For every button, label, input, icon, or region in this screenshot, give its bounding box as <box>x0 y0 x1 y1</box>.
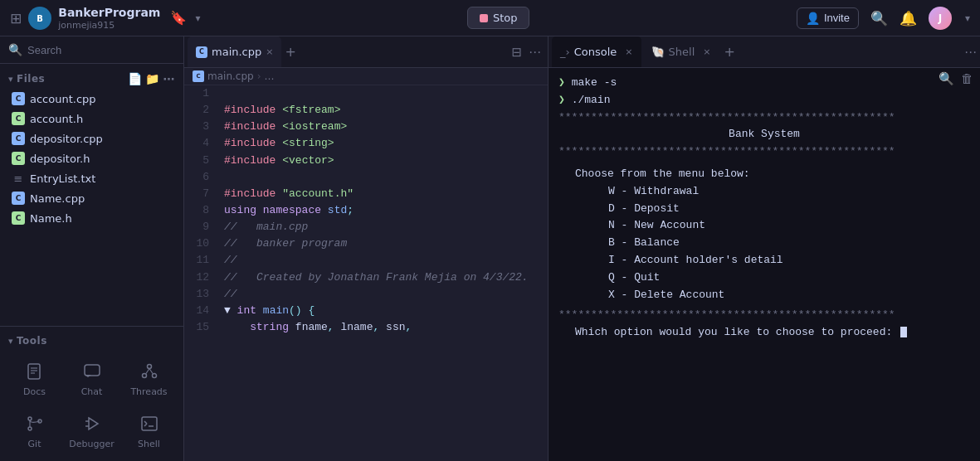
tab-cpp-icon: C <box>196 46 207 58</box>
h-file-icon: C <box>12 211 25 225</box>
account-chevron-icon[interactable]: ▾ <box>965 12 970 24</box>
tool-git[interactable]: Git <box>7 405 62 456</box>
tab-main-cpp[interactable]: C main.cpp × <box>188 36 281 67</box>
console-tab-close-icon[interactable]: × <box>625 46 632 57</box>
chat-icon <box>80 360 104 383</box>
terminal-line: Q - Quit <box>558 269 970 287</box>
terminal-line: B - Balance <box>558 235 970 252</box>
table-row: 13// <box>184 286 548 303</box>
svg-line-20 <box>144 421 147 424</box>
files-label: Files <box>17 73 45 85</box>
breadcrumb-filename: main.cpp <box>207 70 254 82</box>
terminal-line: I - Account holder's detail <box>558 252 970 269</box>
console-tab-label: Console <box>574 46 617 58</box>
table-row: 6 <box>184 169 548 186</box>
project-chevron-icon[interactable]: ▾ <box>195 12 200 24</box>
terminal-line: ****************************************… <box>558 143 970 161</box>
svg-rect-6 <box>85 365 100 376</box>
tab-shell[interactable]: 🐚 Shell × <box>643 36 719 67</box>
editor-more-icon[interactable]: ⋯ <box>529 45 541 60</box>
list-item[interactable]: C depositor.h <box>0 148 183 168</box>
topbar-brand: BankerProgram jonmejia915 <box>58 6 160 31</box>
shell-tab-label: Shell <box>669 46 695 58</box>
tools-section-header[interactable]: ▾ Tools <box>0 332 183 350</box>
shell-tab-icon: 🐚 <box>651 46 665 58</box>
terminal-tab-add-icon[interactable]: + <box>724 44 734 60</box>
search-input[interactable] <box>27 44 175 56</box>
main-area: 🔍 ▾ Files 📄 📁 ⋯ C account.cpp <box>0 36 980 461</box>
tools-chevron-icon: ▾ <box>8 336 13 347</box>
list-item[interactable]: C account.cpp <box>0 89 183 109</box>
svg-point-7 <box>147 365 151 369</box>
terminal-tabs-more-icon[interactable]: ⋯ <box>964 45 977 60</box>
bell-icon[interactable]: 🔔 <box>900 10 917 27</box>
table-row: 4#include <string> <box>184 135 548 152</box>
code-editor[interactable]: 1 2#include <fstream> 3#include <iostrea… <box>184 85 548 461</box>
tool-shell[interactable]: Shell <box>121 405 177 456</box>
terminal-action-bar: 🔍 🗑 <box>939 71 973 86</box>
table-row: 3#include <iostream> <box>184 119 548 135</box>
file-name: Name.cpp <box>30 192 85 205</box>
new-file-icon[interactable]: 📄 <box>128 72 143 85</box>
txt-file-icon: ≡ <box>12 172 25 185</box>
shell-icon <box>138 412 161 435</box>
svg-marker-16 <box>89 418 98 429</box>
svg-line-10 <box>146 369 149 374</box>
svg-rect-19 <box>142 417 157 430</box>
editor-layout-icon[interactable]: ⊟ <box>511 45 522 60</box>
terminal-output[interactable]: ❯ make -s ❯ ./main *********************… <box>549 68 980 461</box>
files-more-icon[interactable]: ⋯ <box>163 72 176 85</box>
cpp-file-icon: C <box>12 92 25 105</box>
list-item[interactable]: ≡ EntryList.txt <box>0 168 183 188</box>
files-section-header[interactable]: ▾ Files 📄 📁 ⋯ <box>0 69 183 89</box>
topbar-left: ⊞ B BankerProgram jonmejia915 🔖 ▾ <box>10 6 200 31</box>
tool-debugger[interactable]: Debugger <box>64 405 119 456</box>
file-name: depositor.cpp <box>30 133 103 145</box>
svg-point-13 <box>28 427 32 430</box>
files-section: ▾ Files 📄 📁 ⋯ C account.cpp C account.h … <box>0 64 183 326</box>
editor-breadcrumb: C main.cpp › … <box>184 68 548 85</box>
bookmark-icon[interactable]: 🔖 <box>170 10 187 26</box>
sidebar: 🔍 ▾ Files 📄 📁 ⋯ C account.cpp <box>0 36 184 461</box>
new-folder-icon[interactable]: 📁 <box>145 72 160 85</box>
topbar-right: 👤 Invite 🔍 🔔 J ▾ <box>797 7 970 30</box>
shell-tab-close-icon[interactable]: × <box>703 46 710 57</box>
tool-threads[interactable]: Threads <box>121 353 177 404</box>
chat-label: Chat <box>81 386 103 397</box>
list-item[interactable]: C Name.cpp <box>0 188 183 208</box>
svg-line-21 <box>144 424 147 426</box>
list-item[interactable]: C account.h <box>0 109 183 129</box>
terminal-line: ****************************************… <box>558 307 970 324</box>
list-item[interactable]: C Name.h <box>0 208 183 228</box>
svg-text:B: B <box>37 14 43 23</box>
terminal-trash-icon[interactable]: 🗑 <box>961 71 973 86</box>
terminal-line: ****************************************… <box>558 109 970 127</box>
bank-system-title: Bank System <box>558 126 970 143</box>
sidebar-search-bar[interactable]: 🔍 <box>0 36 183 64</box>
avatar[interactable]: J <box>929 7 952 30</box>
threads-icon <box>138 360 161 383</box>
docs-label: Docs <box>23 386 46 397</box>
tool-chat[interactable]: Chat <box>64 353 119 404</box>
tab-close-icon[interactable]: × <box>266 46 273 57</box>
invite-button[interactable]: 👤 Invite <box>797 7 859 29</box>
tools-label: Tools <box>17 335 47 347</box>
stop-button[interactable]: Stop <box>467 7 530 29</box>
h-file-icon: C <box>12 152 25 165</box>
terminal-panel: _› Console × 🐚 Shell × + ⋯ 🔍 🗑 ❯ <box>549 36 980 461</box>
git-icon <box>23 412 46 435</box>
terminal-line: Bank System <box>558 126 970 143</box>
search-icon[interactable]: 🔍 <box>870 10 888 27</box>
tool-docs[interactable]: Docs <box>7 353 62 404</box>
sidebar-toggle-icon[interactable]: ⊞ <box>10 10 22 27</box>
terminal-search-icon[interactable]: 🔍 <box>939 71 954 86</box>
tab-console[interactable]: _› Console × <box>552 36 641 67</box>
svg-point-9 <box>152 374 156 378</box>
tab-label: main.cpp <box>212 46 261 58</box>
docs-icon <box>23 360 46 383</box>
table-row: 7#include "account.h" <box>184 186 548 202</box>
files-section-actions: 📄 📁 ⋯ <box>128 72 176 85</box>
list-item[interactable]: C depositor.cpp <box>0 129 183 148</box>
tab-add-icon[interactable]: + <box>285 44 295 60</box>
tools-section: ▾ Tools Docs <box>0 326 183 461</box>
